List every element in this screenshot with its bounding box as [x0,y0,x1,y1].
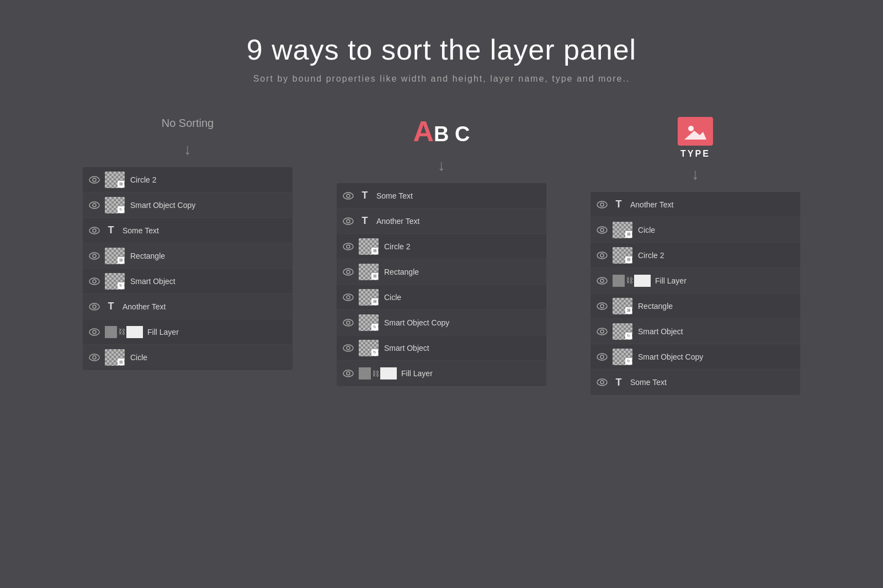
layer-row: ⊞ Circle 2 [337,234,546,259]
layer-row: ⊞ Rectangle [591,293,800,319]
svg-point-9 [93,280,96,283]
svg-point-3 [93,204,96,207]
eye-icon [596,378,608,387]
svg-point-31 [347,372,350,375]
svg-point-20 [343,243,353,250]
svg-point-17 [347,194,350,197]
fill-layer-thumb: ⛓ [105,326,143,338]
layer-row: ⊞ Rectangle [337,259,546,285]
layer-panel-abc-sorting: T Some Text T Another Text [337,183,546,386]
layer-name: Fill Layer [401,369,433,378]
layer-row: ⊞ Cicle [83,345,292,370]
svg-point-25 [347,296,350,299]
layer-thumb: ⊞ [613,222,632,238]
layer-row: ⊞ Circle 2 [83,167,292,193]
type-label: TYPE [680,149,710,159]
eye-icon [342,217,354,226]
type-icon: T [359,215,371,227]
svg-point-0 [89,177,99,183]
svg-point-16 [343,193,353,199]
layer-row: ⛓ Fill Layer [591,268,800,293]
svg-point-12 [89,329,99,335]
layer-name: Smart Object Copy [638,352,703,361]
eye-icon [342,268,354,276]
layer-thumb: ↻ [359,340,379,356]
layer-row: ↻ Smart Object Copy [337,310,546,335]
layer-name: Rectangle [384,268,419,276]
letter-a: A [413,117,434,146]
layer-name: Rectangle [130,252,165,260]
layer-row: ⊞ Circle 2 [591,243,800,268]
layer-thumb: ↻ [613,349,632,365]
layer-name: Fill Layer [655,276,687,285]
layer-row: ↻ Smart Object [591,319,800,344]
column-abc-sorting: A B C ↓ T Some Text [337,117,546,386]
sort-icon-type: TYPE [678,117,713,159]
type-icon: T [613,376,625,388]
layer-row: ↻ Smart Object Copy [83,193,292,218]
svg-point-30 [343,370,353,377]
page-subtitle: Sort by bound properties like width and … [253,74,630,84]
layer-name: Some Text [376,191,413,200]
svg-point-40 [600,254,604,257]
svg-point-39 [597,252,607,259]
eye-icon [596,352,608,361]
layer-thumb: ⊞ [359,264,379,280]
svg-point-49 [597,379,607,386]
svg-point-5 [93,229,96,232]
svg-point-23 [347,270,350,274]
svg-point-29 [347,346,350,350]
layer-thumb: ⊞ [613,298,632,314]
layer-name: Another Text [376,217,419,226]
eye-icon [88,175,100,184]
layer-row: T Some Text [591,370,800,395]
eye-icon [596,327,608,336]
svg-point-18 [343,218,353,224]
layer-row: ⛓ Fill Layer [83,319,292,345]
layer-row: ↻ Smart Object Copy [591,344,800,370]
eye-icon [88,252,100,260]
svg-point-38 [600,228,604,232]
svg-point-42 [600,279,604,282]
layer-panel-type-sorting: T Another Text ⊞ Cicle [591,192,800,395]
layer-thumb: ⊞ [613,247,632,264]
layer-name: Fill Layer [147,328,179,336]
svg-point-10 [89,303,99,310]
layer-row: T Another Text [591,192,800,217]
type-icon: T [105,224,117,237]
svg-point-1 [93,178,96,181]
layer-row: ⊞ Rectangle [83,243,292,269]
panels-container: No Sorting ↓ ⊞ Circle 2 [22,117,861,395]
svg-point-21 [347,245,350,248]
eye-icon [88,353,100,362]
layer-name: Smart Object [384,344,429,352]
svg-point-46 [600,330,604,333]
svg-point-14 [89,354,99,361]
layer-thumb: ⊞ [105,349,125,366]
eye-icon [88,328,100,336]
type-icon: T [105,301,117,313]
column-label-no-sorting: No Sorting [162,117,214,130]
svg-point-48 [600,355,604,359]
layer-row: ↻ Smart Object [337,335,546,361]
svg-point-36 [600,203,604,206]
svg-point-28 [343,345,353,351]
layer-row: T Some Text [337,183,546,209]
layer-name: Cicle [384,293,401,302]
svg-point-26 [343,319,353,326]
layer-name: Another Text [630,200,673,209]
layer-name: Cicle [130,353,147,362]
arrow-no-sorting: ↓ [184,141,192,158]
svg-point-45 [597,328,607,335]
fill-layer-thumb: ⛓ [613,275,651,287]
layer-name: Smart Object [130,277,175,286]
letter-bc: B C [434,124,470,145]
layer-name: Circle 2 [384,242,410,251]
eye-icon [596,302,608,311]
layer-name: Cicle [638,226,655,234]
svg-point-4 [89,227,99,234]
svg-point-47 [597,354,607,360]
eye-icon [88,226,100,235]
layer-row: ⊞ Cicle [591,217,800,243]
eye-icon [342,344,354,352]
